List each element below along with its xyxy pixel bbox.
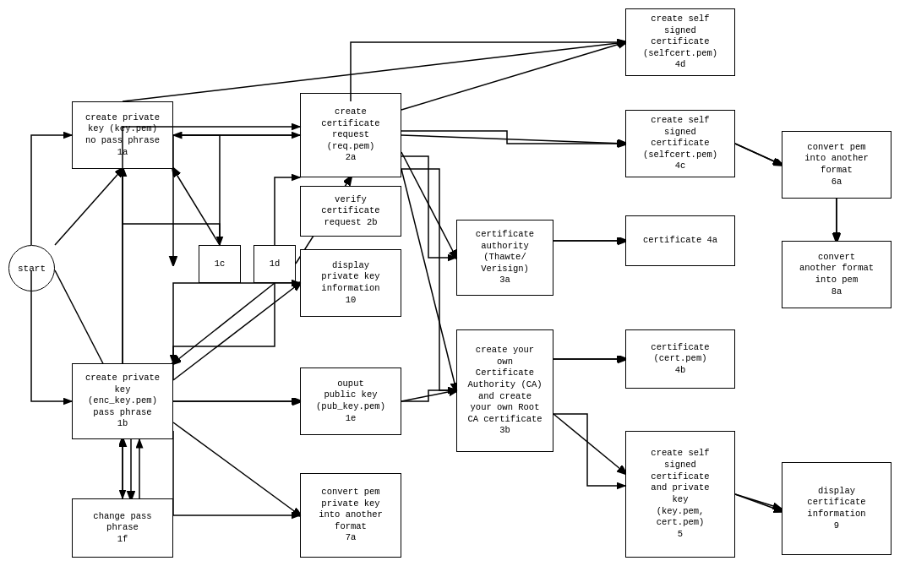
- box-1e: ouputpublic key(pub_key.pem)1e: [300, 368, 401, 435]
- box-8a: convertanother formatinto pem8a: [782, 241, 891, 308]
- box-7a: convert pemprivate keyinto anotherformat…: [300, 473, 401, 558]
- box-1d: 1d: [254, 245, 296, 283]
- box-1c: 1c: [199, 245, 241, 283]
- svg-line-1: [55, 169, 123, 245]
- svg-line-14: [401, 42, 625, 110]
- svg-line-23: [735, 494, 782, 511]
- box-1f: change passphrase1f: [72, 498, 173, 558]
- box-4b: certificate(cert.pem)4b: [625, 329, 735, 389]
- svg-line-8: [173, 283, 300, 380]
- diagram: start create privatekey (key.pem)no pass…: [0, 0, 916, 588]
- svg-line-9: [173, 169, 220, 245]
- box-4d: create selfsignedcertificate(selfcert.pe…: [625, 8, 735, 76]
- svg-line-21: [735, 144, 782, 165]
- svg-line-11: [173, 283, 275, 363]
- svg-line-20: [553, 414, 625, 473]
- box-1b: create privatekey(enc_key.pem)pass phras…: [72, 363, 173, 439]
- svg-line-25: [401, 390, 456, 401]
- svg-line-7: [173, 422, 300, 515]
- box-3b: create yourownCertificateAuthority (CA)a…: [456, 329, 553, 452]
- start-node: start: [8, 245, 55, 291]
- box-3a: certificateauthority(Thawte/Verisign)3a: [456, 220, 553, 296]
- svg-line-15: [401, 135, 625, 144]
- box-10: displayprivate keyinformation10: [300, 249, 401, 317]
- box-4a: certificate 4a: [625, 215, 735, 266]
- box-9: displaycertificateinformation9: [782, 462, 891, 555]
- box-5: create selfsignedcertificateand privatek…: [625, 431, 735, 558]
- box-2a: createcertificaterequest(req.pem)2a: [300, 93, 401, 177]
- box-1a: create privatekey (key.pem)no pass phras…: [72, 101, 173, 169]
- svg-line-16: [401, 152, 456, 258]
- box-4c: create selfsignedcertificate(selfcert.pe…: [625, 110, 735, 177]
- box-2b: verifycertificaterequest 2b: [300, 186, 401, 237]
- svg-line-17: [401, 169, 456, 390]
- box-6a: convert peminto anotherformat6a: [782, 131, 891, 199]
